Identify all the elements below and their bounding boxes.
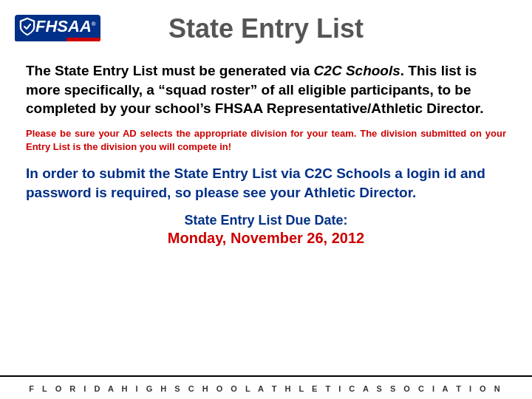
main-text-italic: C2C Schools bbox=[314, 63, 400, 78]
footer: F L O R I D A H I G H S C H O O L A T H … bbox=[0, 375, 532, 399]
fhsaa-logo: FHSAA® bbox=[15, 15, 100, 41]
due-date-label: State Entry List Due Date: bbox=[26, 213, 506, 228]
header: FHSAA® State Entry List bbox=[0, 0, 532, 55]
footer-text: F L O R I D A H I G H S C H O O L A T H … bbox=[29, 384, 502, 393]
warning-text: Please be sure your AD selects the appro… bbox=[26, 127, 506, 154]
main-content: The State Entry List must be generated v… bbox=[0, 55, 532, 375]
due-date-value: Monday, November 26, 2012 bbox=[26, 230, 506, 247]
main-text-part1: The State Entry List must be generated v… bbox=[26, 63, 314, 78]
page-title: State Entry List bbox=[168, 13, 364, 44]
main-paragraph: The State Entry List must be generated v… bbox=[26, 61, 506, 118]
logo-text: FHSAA® bbox=[35, 18, 96, 35]
logo-area: FHSAA® bbox=[15, 15, 100, 41]
due-date-section: State Entry List Due Date: Monday, Novem… bbox=[26, 213, 506, 247]
shield-icon bbox=[19, 17, 35, 36]
logo-stripe bbox=[15, 38, 100, 41]
login-text: In order to submit the State Entry List … bbox=[26, 164, 506, 202]
logo-badge: FHSAA® bbox=[15, 15, 100, 38]
page-container: FHSAA® State Entry List The State Entry … bbox=[0, 0, 532, 399]
